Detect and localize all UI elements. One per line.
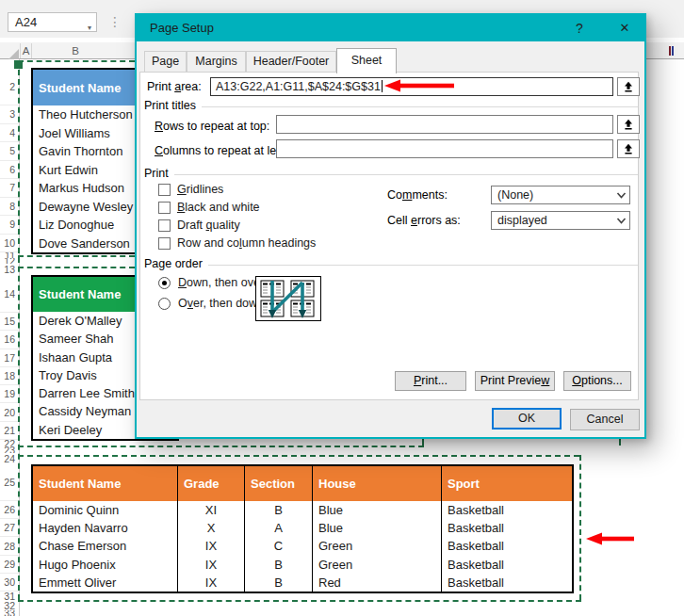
- print-preview-button[interactable]: Print Preview: [475, 371, 555, 391]
- row-header[interactable]: 14: [0, 275, 19, 313]
- table-cell[interactable]: C: [245, 537, 313, 555]
- collapse-dialog-button[interactable]: [617, 77, 640, 96]
- table-row: Hayden Navarro X A Blue Basketball: [33, 519, 572, 537]
- tab-sheet[interactable]: Sheet: [336, 48, 397, 73]
- table-cell[interactable]: XI: [178, 501, 245, 519]
- radio-icon[interactable]: [158, 298, 171, 310]
- cancel-button[interactable]: Cancel: [570, 409, 640, 430]
- tab-page[interactable]: Page: [144, 51, 187, 73]
- row-header[interactable]: 33: [0, 610, 19, 616]
- table-cell[interactable]: Hayden Navarro: [33, 519, 178, 537]
- options-button[interactable]: Options...: [563, 371, 631, 391]
- table-cell[interactable]: Basketball: [442, 537, 572, 555]
- select-all-button[interactable]: [8, 49, 19, 59]
- collapse-dialog-button[interactable]: [617, 139, 640, 158]
- row-header[interactable]: 25: [0, 464, 19, 501]
- row-header[interactable]: 6: [0, 161, 19, 180]
- tab-margins[interactable]: Margins: [187, 51, 246, 73]
- table-header-cell[interactable]: Section: [245, 466, 313, 501]
- row-header[interactable]: 21: [0, 422, 19, 440]
- rows-repeat-input[interactable]: [276, 115, 613, 134]
- name-box[interactable]: A24 ▾: [8, 12, 97, 32]
- ok-button[interactable]: OK: [492, 408, 562, 430]
- row-header[interactable]: 16: [0, 331, 19, 349]
- cols-repeat-input[interactable]: [276, 139, 613, 158]
- table-cell[interactable]: A: [245, 519, 313, 537]
- annotation-arrow-icon: [384, 78, 456, 93]
- checkbox-gridlines[interactable]: Gridlines: [158, 183, 223, 196]
- row-header[interactable]: 26: [0, 501, 19, 519]
- print-titles-group-label: Print titles: [144, 99, 638, 112]
- row-header[interactable]: 20: [0, 403, 19, 421]
- checkbox-icon[interactable]: [158, 202, 171, 214]
- row-header[interactable]: 24: [0, 453, 19, 464]
- table-header-cell[interactable]: House: [313, 466, 442, 501]
- comments-select[interactable]: (None): [491, 186, 630, 204]
- row-header[interactable]: 13: [0, 264, 19, 275]
- table-cell[interactable]: Basketball: [442, 519, 572, 537]
- table-cell[interactable]: Hugo Phoenix: [33, 556, 178, 574]
- radio-over-then-down[interactable]: Over, then down: [158, 297, 264, 310]
- table-header-cell[interactable]: Student Name: [33, 466, 178, 501]
- row-header[interactable]: 3: [0, 105, 19, 124]
- checkbox-icon[interactable]: [158, 219, 171, 232]
- row-header[interactable]: 5: [0, 142, 19, 161]
- table-cell[interactable]: B: [245, 574, 313, 592]
- radio-label: Over, then down: [178, 297, 264, 310]
- table-cell[interactable]: Green: [313, 556, 442, 574]
- column-header-a[interactable]: A: [21, 43, 31, 58]
- radio-selected-icon[interactable]: [158, 277, 171, 289]
- checkbox-icon[interactable]: [158, 237, 171, 250]
- row-header[interactable]: 30: [0, 574, 19, 592]
- checkbox-icon[interactable]: [158, 184, 171, 196]
- table-cell[interactable]: Basketball: [442, 501, 572, 519]
- table-header-cell[interactable]: Sport: [442, 466, 572, 501]
- table-cell[interactable]: IX: [178, 537, 245, 555]
- row-header[interactable]: 18: [0, 367, 19, 385]
- cell-errors-select[interactable]: displayed: [491, 211, 630, 230]
- table-cell[interactable]: Blue: [313, 501, 442, 519]
- print-button[interactable]: Print...: [395, 371, 466, 391]
- table-cell[interactable]: Basketball: [442, 556, 572, 574]
- row-header[interactable]: 17: [0, 349, 19, 367]
- row-header[interactable]: 31: [0, 592, 19, 601]
- table-cell[interactable]: Chase Emerson: [33, 537, 178, 555]
- row-header[interactable]: 8: [0, 198, 19, 217]
- close-icon[interactable]: ✕: [611, 15, 639, 41]
- table-cell[interactable]: Emmett Oliver: [33, 574, 178, 592]
- row-header[interactable]: 32: [0, 601, 19, 610]
- checkbox-black-and-white[interactable]: Black and white: [158, 201, 260, 214]
- row-header[interactable]: 15: [0, 313, 19, 331]
- row-header[interactable]: 28: [0, 537, 19, 555]
- checkbox-label: Gridlines: [177, 183, 223, 196]
- row-header[interactable]: 10: [0, 235, 19, 253]
- row-header[interactable]: 4: [0, 124, 19, 143]
- table-cell[interactable]: Red: [313, 574, 442, 592]
- table-cell[interactable]: X: [178, 519, 245, 537]
- checkbox-draft-quality[interactable]: Draft quality: [158, 219, 240, 232]
- table-cell[interactable]: Dominic Quinn: [33, 501, 178, 519]
- row-header[interactable]: 7: [0, 179, 19, 198]
- tab-header-footer[interactable]: Header/Footer: [246, 51, 336, 73]
- help-button[interactable]: ?: [565, 15, 594, 41]
- row-header[interactable]: 9: [0, 216, 19, 235]
- table-cell[interactable]: B: [245, 556, 313, 574]
- row-header[interactable]: 19: [0, 385, 19, 403]
- checkbox-row-column-headings[interactable]: Row and column headings: [158, 236, 316, 250]
- table-cell[interactable]: IX: [178, 574, 245, 592]
- table-header-cell[interactable]: Grade: [178, 466, 245, 501]
- table-cell[interactable]: Blue: [313, 519, 442, 537]
- table-cell[interactable]: B: [245, 501, 313, 519]
- radio-down-then-over[interactable]: Down, then over: [158, 276, 264, 289]
- table-cell[interactable]: IX: [178, 556, 245, 574]
- row-header[interactable]: 29: [0, 556, 19, 574]
- name-box-dropdown-icon[interactable]: ▾: [88, 19, 91, 37]
- table-cell[interactable]: Green: [313, 537, 442, 555]
- row-header[interactable]: 2: [0, 69, 19, 105]
- table-cell[interactable]: Basketball: [442, 574, 572, 592]
- row-header[interactable]: 27: [0, 519, 19, 537]
- column-header-b[interactable]: B: [57, 43, 94, 58]
- collapse-dialog-button[interactable]: [617, 115, 640, 134]
- row-header[interactable]: 22: [0, 440, 19, 446]
- row-header[interactable]: 23: [0, 446, 19, 453]
